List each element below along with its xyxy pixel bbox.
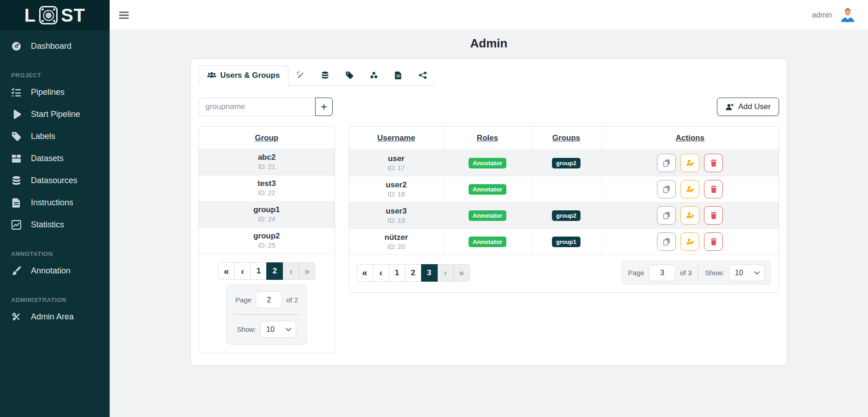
delete-user-button[interactable] [704, 232, 723, 251]
sidebar-item-datasources[interactable]: Datasources [0, 169, 110, 191]
pagination-page-2-active[interactable]: 2 [266, 262, 283, 280]
users-page-controls: Page of 3 Show: 10 [622, 261, 771, 284]
add-group-button[interactable]: + [315, 98, 333, 116]
delete-user-button[interactable] [704, 154, 723, 172]
show-per-page-select[interactable]: 10 [260, 321, 296, 338]
sidebar-item-pipelines[interactable]: Pipelines [0, 81, 110, 103]
delete-user-button[interactable] [704, 180, 723, 198]
tab-users-groups[interactable]: Users & Groups [199, 65, 288, 86]
page-number-input[interactable] [649, 265, 675, 281]
pagination-last-button[interactable]: » [299, 262, 315, 280]
copy-user-button[interactable] [657, 206, 676, 225]
top-header: admin [110, 0, 868, 30]
tab-workflow[interactable] [411, 65, 435, 85]
pagination-first-button[interactable]: « [218, 262, 235, 280]
page-label: Page [628, 269, 644, 277]
tab-pipeline-templates[interactable] [288, 65, 313, 85]
database-icon [11, 175, 22, 186]
pagination-first-button[interactable]: « [357, 264, 373, 282]
logo-letter-st: ST [61, 6, 85, 24]
add-user-button[interactable]: Add User [717, 98, 779, 116]
role-badge: Annotator [469, 210, 507, 221]
show-label: Show: [705, 269, 724, 277]
chevron-down-icon [754, 271, 760, 275]
groups-column-header[interactable]: Groups [531, 127, 601, 150]
page-of-label: of 3 [680, 269, 692, 277]
pagination-page-2[interactable]: 2 [405, 264, 422, 282]
play-icon [11, 109, 22, 120]
groups-pagination-wrap: « ‹ 1 2 › » [199, 262, 334, 280]
roles-column-header[interactable]: Roles [444, 127, 531, 150]
role-badge: Annotator [469, 184, 507, 195]
show-per-page-select[interactable]: 10 [729, 264, 765, 281]
group-badge: group1 [552, 237, 581, 247]
brand-logo[interactable]: L ST [0, 0, 110, 30]
edit-user-button[interactable] [680, 206, 699, 225]
show-label: Show: [237, 325, 256, 333]
group-row[interactable]: test3 ID: 22 [199, 175, 334, 201]
tab-datasources[interactable] [313, 65, 337, 85]
page-number-input[interactable] [256, 291, 282, 308]
trash-icon [710, 185, 718, 193]
sidebar-item-annotation[interactable]: Annotation [0, 260, 110, 282]
user-username: nützer [385, 233, 408, 242]
sidebar-item-start-pipeline[interactable]: Start Pipeline [0, 103, 110, 125]
groups-pagination: « ‹ 1 2 › » [218, 262, 315, 280]
trash-icon [710, 159, 718, 167]
users-table-header: Username Roles Groups Actions [349, 127, 779, 150]
group-row[interactable]: group1 ID: 24 [199, 201, 334, 227]
user-avatar[interactable] [839, 7, 856, 23]
pagination-page-1[interactable]: 1 [389, 264, 405, 282]
group-name: group2 [199, 232, 334, 241]
sidebar-item-admin-area[interactable]: Admin Area [0, 306, 110, 328]
controls-row: + Add User [199, 98, 779, 116]
copy-user-button[interactable] [657, 232, 676, 251]
sidebar-item-dashboard[interactable]: Dashboard [0, 35, 110, 57]
group-column-header[interactable]: Group [199, 127, 334, 149]
group-badge: group2 [552, 158, 581, 168]
group-badge: group2 [552, 210, 581, 221]
sidebar-item-label: Start Pipeline [31, 110, 80, 119]
sidebar-item-datasets[interactable]: Datasets [0, 147, 110, 169]
sidebar-section-administration: ADMINISTRATION [11, 296, 110, 306]
sidebar-item-label: Admin Area [31, 312, 74, 322]
sidebar-section-project: PROJECT [11, 72, 110, 81]
pagination-next-button[interactable]: › [437, 264, 454, 282]
group-id: ID: 25 [199, 242, 334, 249]
show-select-value: 10 [735, 269, 743, 277]
tab-label: Users & Groups [220, 71, 280, 80]
actions-column-header[interactable]: Actions [601, 127, 779, 150]
sidebar-item-statistics[interactable]: Statistics [0, 214, 110, 236]
pagination-next-button[interactable]: › [282, 262, 299, 280]
tab-instructions[interactable] [386, 65, 411, 85]
user-username: user [388, 154, 405, 163]
page-title: Admin [110, 36, 868, 51]
group-row[interactable]: group2 ID: 25 [199, 227, 334, 254]
groupname-input[interactable] [199, 98, 316, 116]
lost-admin-page: { "colors": { "sidebar-bg": "#0c3137", "… [0, 0, 868, 417]
delete-user-button[interactable] [704, 206, 723, 225]
sidebar-item-instructions[interactable]: Instructions [0, 191, 110, 214]
sidebar-item-labels[interactable]: Labels [0, 125, 110, 147]
edit-user-button[interactable] [680, 154, 699, 172]
pagination-prev-button[interactable]: ‹ [373, 264, 389, 282]
pagination-prev-button[interactable]: ‹ [234, 262, 251, 280]
pagination-page-1[interactable]: 1 [250, 262, 267, 280]
group-name: group1 [199, 205, 334, 214]
cluster-icon [369, 71, 378, 80]
edit-user-button[interactable] [680, 232, 699, 251]
hamburger-menu-icon[interactable] [115, 6, 133, 24]
tab-labels[interactable] [337, 65, 362, 85]
copy-user-button[interactable] [657, 180, 676, 198]
group-row[interactable]: abc2 ID: 21 [199, 149, 334, 175]
group-name: abc2 [199, 153, 334, 162]
tab-cluster[interactable] [362, 65, 386, 85]
pagination-last-button[interactable]: » [453, 264, 470, 282]
header-user-area: admin [812, 7, 856, 23]
pagination-page-3-active[interactable]: 3 [421, 264, 438, 282]
username-column-header[interactable]: Username [349, 127, 444, 150]
edit-user-button[interactable] [680, 180, 699, 198]
drawer-box-icon [11, 153, 22, 164]
copy-user-button[interactable] [657, 154, 676, 172]
tools-icon [11, 312, 22, 322]
